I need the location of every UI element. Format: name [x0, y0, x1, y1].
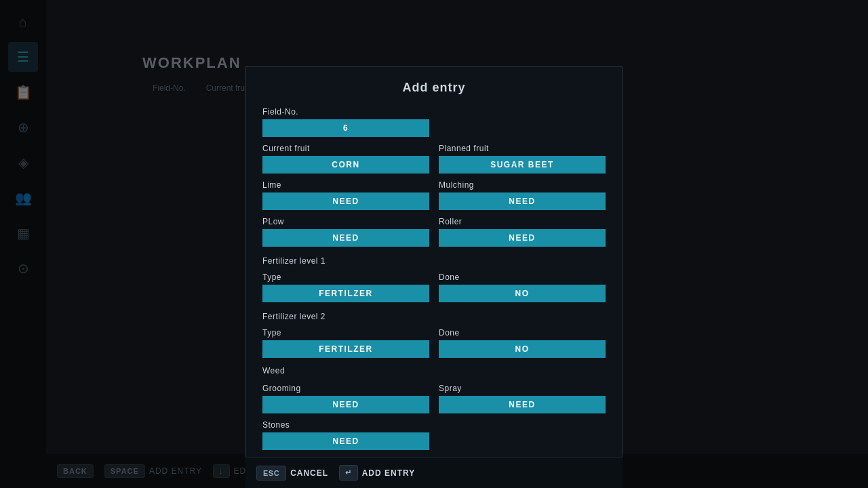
- current-fruit-label: Current fruit: [262, 144, 429, 153]
- fertilizer2-section-label: Fertilizer level 2: [262, 312, 606, 321]
- fruit-row: Current fruit CORN Planned fruit SUGAR B…: [262, 144, 606, 174]
- fert2-row: Type FERTILZER Done NO: [262, 328, 606, 358]
- stones-label: Stones: [262, 420, 429, 430]
- spacer-col: [439, 107, 606, 137]
- planned-fruit-label: Planned fruit: [439, 144, 606, 153]
- mulching-col: Mulching NEED: [439, 180, 606, 210]
- fert1-type-label: Type: [262, 272, 429, 282]
- roller-value[interactable]: NEED: [439, 229, 606, 247]
- mulching-value[interactable]: NEED: [439, 192, 606, 210]
- cancel-label: CANCEL: [290, 468, 328, 478]
- fert1-done-label: Done: [439, 272, 606, 282]
- current-fruit-col: Current fruit CORN: [262, 144, 429, 174]
- roller-label: Roller: [439, 217, 606, 226]
- lime-label: Lime: [262, 180, 429, 190]
- grooming-spray-row: Grooming NEED Spray NEED: [262, 384, 606, 413]
- grooming-col: Grooming NEED: [262, 384, 429, 413]
- lime-col: Lime NEED: [262, 180, 429, 210]
- spray-label: Spray: [439, 384, 606, 393]
- stones-row: Stones NEED: [262, 420, 606, 450]
- fert2-done-label: Done: [439, 328, 606, 338]
- current-fruit-value[interactable]: CORN: [262, 156, 429, 174]
- fert2-type-label: Type: [262, 328, 429, 338]
- roller-col: Roller NEED: [439, 217, 606, 247]
- grooming-label: Grooming: [262, 384, 429, 393]
- spray-value[interactable]: NEED: [439, 396, 606, 413]
- planned-fruit-value[interactable]: SUGAR BEET: [439, 156, 606, 174]
- stones-spacer: [439, 420, 606, 450]
- lime-mulching-row: Lime NEED Mulching NEED: [262, 180, 606, 210]
- cancel-button[interactable]: ESC CANCEL: [256, 466, 328, 481]
- planned-fruit-col: Planned fruit SUGAR BEET: [439, 144, 606, 174]
- grooming-value[interactable]: NEED: [262, 396, 429, 413]
- fert2-type-col: Type FERTILZER: [262, 328, 429, 358]
- stones-value[interactable]: NEED: [262, 432, 429, 450]
- field-no-col: Field-No. 6: [262, 107, 429, 137]
- esc-key: ESC: [256, 466, 286, 481]
- fert1-done-col: Done NO: [439, 272, 606, 302]
- spray-col: Spray NEED: [439, 384, 606, 413]
- fert2-type-value[interactable]: FERTILZER: [262, 340, 429, 358]
- field-no-value[interactable]: 6: [262, 119, 429, 137]
- fert1-row: Type FERTILZER Done NO: [262, 272, 606, 302]
- lime-value[interactable]: NEED: [262, 192, 429, 210]
- modal-title: Add entry: [262, 81, 606, 95]
- modal-footer: ESC CANCEL ↵ ADD ENTRY: [245, 457, 623, 488]
- fert1-type-value[interactable]: FERTILZER: [262, 285, 429, 302]
- fertilizer1-section-label: Fertilizer level 1: [262, 256, 606, 266]
- add-entry-button[interactable]: ↵ ADD ENTRY: [339, 465, 415, 481]
- stones-col: Stones NEED: [262, 420, 429, 450]
- plow-value[interactable]: NEED: [262, 229, 429, 247]
- fert1-done-value[interactable]: NO: [439, 285, 606, 302]
- plow-roller-row: PLow NEED Roller NEED: [262, 217, 606, 247]
- fert2-done-col: Done NO: [439, 328, 606, 358]
- plow-label: PLow: [262, 217, 429, 226]
- plow-col: PLow NEED: [262, 217, 429, 247]
- enter-key: ↵: [339, 465, 358, 481]
- fert2-done-value[interactable]: NO: [439, 340, 606, 358]
- mulching-label: Mulching: [439, 180, 606, 190]
- weed-section-label: Weed: [262, 366, 606, 375]
- field-no-label: Field-No.: [262, 107, 429, 117]
- field-no-row: Field-No. 6: [262, 107, 606, 137]
- fert1-type-col: Type FERTILZER: [262, 272, 429, 302]
- add-entry-modal: Add entry Field-No. 6 Current fruit CORN…: [245, 66, 623, 464]
- modal-body: Field-No. 6 Current fruit CORN Planned f…: [262, 107, 606, 450]
- add-entry-label: ADD ENTRY: [362, 468, 416, 478]
